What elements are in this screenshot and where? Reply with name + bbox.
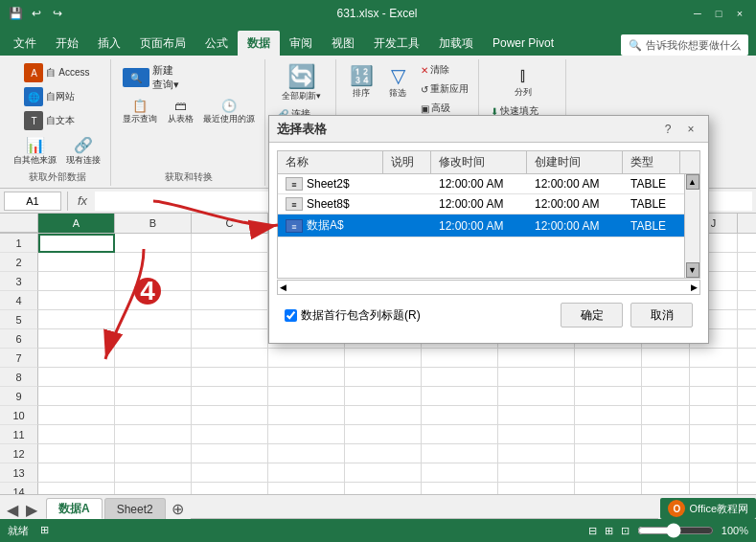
table-icon-dataA: ≡: [286, 219, 303, 233]
dialog-table-header: 名称 说明 修改时间 创建时间 类型: [277, 150, 700, 173]
row1-created: 12:00:00 AM: [527, 174, 623, 193]
table-row-sheet2[interactable]: ≡ Sheet2$ 12:00:00 AM 12:00:00 AM TABLE: [278, 174, 684, 194]
row3-created: 12:00:00 AM: [527, 216, 623, 236]
col-header-type: 类型: [623, 151, 680, 173]
select-table-dialog: 选择表格 ? × 名称 说明 修改时间 创建时间 类型: [268, 115, 709, 344]
dialog-title: 选择表格: [277, 121, 327, 138]
scroll-down-btn[interactable]: ▼: [686, 262, 699, 278]
dialog-controls: ? ×: [658, 121, 700, 138]
dialog-table-body[interactable]: ≡ Sheet2$ 12:00:00 AM 12:00:00 AM TABLE …: [277, 173, 700, 279]
col-header-created: 创建时间: [527, 151, 623, 173]
table-icon-sheet8: ≡: [286, 197, 303, 211]
row3-type: TABLE: [623, 216, 680, 236]
col-header-name: 名称: [278, 151, 383, 173]
row2-name: ≡ Sheet8$: [278, 194, 383, 214]
dialog-overlay: 4 选择表格 ? ×: [0, 0, 756, 542]
dialog-titlebar: 选择表格 ? ×: [269, 116, 708, 143]
col-header-desc: 说明: [383, 151, 431, 173]
row2-type: TABLE: [623, 194, 680, 214]
row2-desc: [383, 201, 431, 207]
dialog-help-button[interactable]: ?: [658, 121, 677, 138]
scroll-up-btn[interactable]: ▲: [686, 174, 699, 190]
dialog-action-buttons: 确定 取消: [561, 303, 693, 327]
row3-modified: 12:00:00 AM: [431, 216, 527, 236]
row1-desc: [383, 181, 431, 187]
row1-modified: 12:00:00 AM: [431, 174, 527, 193]
row1-type: TABLE: [623, 174, 680, 193]
row2-modified: 12:00:00 AM: [431, 194, 527, 214]
annotation-4: 4: [134, 278, 161, 305]
table-row-sheet8[interactable]: ≡ Sheet8$ 12:00:00 AM 12:00:00 AM TABLE: [278, 194, 684, 215]
header-row-checkbox[interactable]: [285, 309, 297, 322]
col-header-modified: 修改时间: [431, 151, 527, 173]
table-row-dataA[interactable]: ≡ 数据A$ 12:00:00 AM 12:00:00 AM TABLE: [278, 215, 684, 237]
dialog-cancel-button[interactable]: 取消: [630, 303, 693, 327]
dialog-close-button[interactable]: ×: [681, 121, 700, 138]
row2-created: 12:00:00 AM: [527, 194, 623, 214]
dialog-content: 名称 说明 修改时间 创建时间 类型 ≡ Sheet2$: [269, 143, 708, 343]
row3-name: ≡ 数据A$: [278, 215, 383, 237]
row1-name: ≡ Sheet2$: [278, 174, 383, 193]
header-row-label: 数据首行包含列标题(R): [301, 307, 421, 324]
dialog-table-rows: ≡ Sheet2$ 12:00:00 AM 12:00:00 AM TABLE …: [278, 174, 684, 278]
dialog-footer: 数据首行包含列标题(R) 确定 取消: [277, 295, 700, 335]
dialog-h-scrollbar[interactable]: ◀ ▶: [277, 280, 700, 295]
hscroll-left-btn[interactable]: ◀: [278, 282, 288, 292]
dialog-scrollbar[interactable]: ▲ ▼: [684, 174, 699, 278]
dialog-ok-button[interactable]: 确定: [561, 303, 623, 327]
table-icon-sheet2: ≡: [286, 177, 303, 191]
hscroll-right-btn[interactable]: ▶: [689, 282, 699, 292]
checkbox-area: 数据首行包含列标题(R): [285, 307, 421, 324]
row3-desc: [383, 223, 431, 229]
